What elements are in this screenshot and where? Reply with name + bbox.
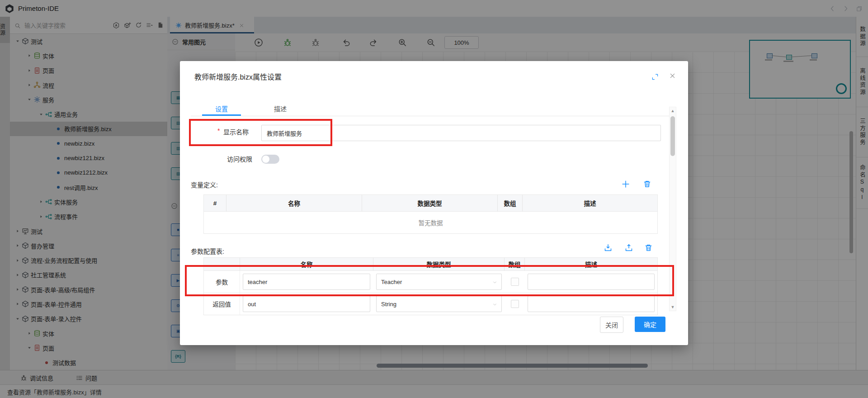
delete-variable-icon[interactable] [643, 180, 651, 188]
scroll-down-icon[interactable]: ▼ [670, 305, 676, 309]
dialog-tab-2[interactable]: 描述 [261, 103, 300, 114]
export-params-icon[interactable] [624, 243, 633, 252]
dialog-title: 教师新增服务.bizx属性设置 [194, 71, 282, 82]
add-variable-icon[interactable] [621, 180, 630, 189]
delete-params-icon[interactable] [644, 243, 653, 252]
dialog-tab-1[interactable]: 设置 [202, 103, 241, 114]
annotation-box-param-row [185, 265, 674, 296]
variables-table: #名称数据类型数组描述 暂无数据 [203, 194, 658, 234]
ok-button[interactable]: 确定 [635, 317, 665, 332]
scroll-up-icon[interactable]: ▲ [670, 109, 676, 113]
variables-empty-text: 暂无数据 [204, 212, 657, 233]
dialog-close-icon[interactable] [669, 71, 676, 80]
delete-variable-icon[interactable] [643, 180, 652, 189]
export-params-icon[interactable] [624, 243, 633, 252]
param-kind-label: 返回值 [204, 293, 240, 315]
var-col-header: 数组 [498, 195, 523, 211]
properties-dialog: 教师新增服务.bizx属性设置 设置描述 * 显示名称 访问权限 变量定义: #… [180, 61, 688, 345]
fullscreen-icon[interactable] [651, 73, 659, 81]
fullscreen-icon[interactable] [651, 72, 659, 81]
param-array-checkbox[interactable] [511, 300, 519, 308]
var-col-header: 名称 [226, 195, 362, 211]
close-button[interactable]: 关闭 [600, 317, 623, 333]
var-col-header: 描述 [523, 195, 657, 211]
access-toggle[interactable] [261, 155, 279, 164]
delete-params-icon[interactable] [644, 243, 653, 252]
param-row: 返回值String [204, 293, 657, 315]
import-params-icon[interactable] [604, 243, 613, 252]
var-col-header: 数据类型 [362, 195, 498, 211]
param-name-input[interactable] [243, 296, 370, 312]
var-col-header: # [204, 195, 226, 211]
annotation-box-display-name [189, 119, 332, 146]
access-label: 访问权限 [227, 154, 252, 163]
chevron-down-icon[interactable] [492, 302, 498, 308]
add-variable-icon[interactable] [621, 180, 630, 189]
scrollbar-thumb[interactable] [670, 116, 675, 156]
dialog-close-icon[interactable] [669, 72, 676, 79]
param-desc-input[interactable] [528, 296, 655, 312]
variables-title: 变量定义: [191, 180, 218, 189]
params-title: 参数配置表: [191, 246, 224, 256]
import-params-icon[interactable] [604, 243, 613, 252]
param-type-select[interactable]: String [376, 296, 502, 312]
app-window: Primeton-IDE 资源 测试实体页面流程服务通用业务教师新增服务.biz… [0, 0, 868, 398]
